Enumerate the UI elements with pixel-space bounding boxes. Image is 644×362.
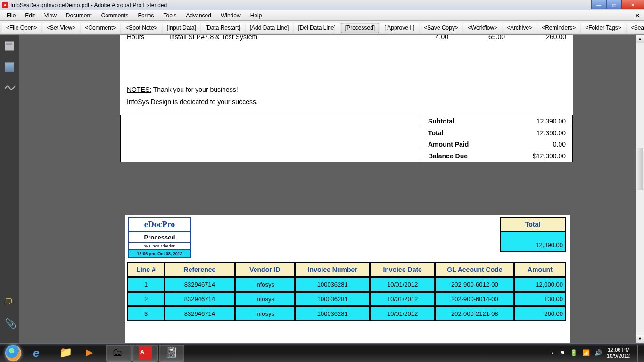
scroll-up-arrow[interactable]: ▲ — [636, 35, 644, 43]
notes-label: NOTES: — [127, 86, 151, 93]
minimize-button[interactable]: — — [591, 0, 606, 9]
totals-box: Total 12,390.00 — [500, 217, 566, 252]
ed-cell-invno: 100036281 — [295, 292, 370, 306]
tray-network-icon[interactable]: 📶 — [582, 349, 590, 356]
ed-cell-amt: 130.00 — [514, 292, 566, 306]
menu-comments[interactable]: Comments — [97, 11, 133, 20]
menu-file[interactable]: File — [2, 11, 20, 20]
tray-time: 12:06 PM — [607, 347, 630, 353]
close-document-button[interactable]: × — [633, 12, 642, 19]
stamp-by: by Linda Cherian — [129, 243, 190, 250]
bookmarks-panel-icon[interactable] — [5, 62, 14, 72]
tray-clock[interactable]: 12:06 PM 10/9/2012 — [607, 347, 630, 359]
close-button[interactable]: ✕ — [621, 0, 644, 9]
ed-cell-invdate: 10/01/2012 — [370, 306, 435, 321]
ed-cell-ref: 832946714 — [165, 277, 234, 292]
taskbar-explorer[interactable]: 📁 — [53, 345, 79, 362]
toolbar-btn-13[interactable]: <Reminders> — [537, 23, 580, 33]
menu-forms[interactable]: Forms — [133, 11, 159, 20]
tray-volume-icon[interactable]: 🔊 — [594, 349, 602, 356]
show-desktop-button[interactable] — [637, 345, 641, 362]
taskbar-app2[interactable]: 📓 — [159, 345, 184, 362]
stamp-status: Processed — [129, 232, 190, 243]
ed-header-2: Vendor ID — [235, 262, 295, 277]
toolbar-btn-5[interactable]: [Data Restart] — [201, 23, 245, 33]
ed-cell-line: 1 — [127, 277, 165, 292]
ed-cell-ref: 832946714 — [165, 306, 234, 321]
ed-cell-invdate: 10/01/2012 — [370, 292, 435, 306]
ed-cell-line: 3 — [127, 306, 165, 321]
tray-power-icon[interactable]: 🔋 — [570, 349, 578, 356]
ed-cell-amt: 260.00 — [514, 306, 566, 321]
toolbar-btn-6[interactable]: [Add Data Line] — [246, 23, 293, 33]
ed-row: 1832946714infosys10003628110/01/2012202-… — [127, 277, 566, 292]
document-viewport[interactable]: Hours Install SLP#7.8 & Test System 4.00… — [19, 35, 644, 343]
menu-window[interactable]: Window — [216, 11, 246, 20]
edocpro-stamp: eDocPro Processed by Linda Cherian 12:06… — [128, 217, 191, 258]
menu-view[interactable]: View — [40, 11, 61, 20]
vertical-scrollbar[interactable]: ▲ ▼ — [636, 35, 644, 343]
window-title: InfoSysDesignInvoiceDemo.pdf - Adobe Acr… — [10, 2, 167, 8]
pdf-page-2: eDocPro Processed by Linda Cherian 12:06… — [125, 215, 570, 343]
menu-advanced[interactable]: Advanced — [182, 11, 216, 20]
menu-help[interactable]: Help — [246, 11, 267, 20]
tray-date: 10/9/2012 — [607, 353, 630, 359]
subtotal-row: Subtotal12,390.00 — [421, 115, 572, 127]
signatures-panel-icon[interactable] — [5, 83, 14, 92]
pdf-page-1: Hours Install SLP#7.8 & Test System 4.00… — [120, 35, 573, 162]
toolbar-btn-11[interactable]: <Workflow> — [463, 23, 502, 33]
tray-show-hidden-icon[interactable]: ▲ — [550, 350, 555, 355]
start-button[interactable] — [0, 344, 26, 362]
taskbar-app1[interactable]: 🗂 — [106, 345, 132, 362]
tray-flag-icon[interactable]: ⚑ — [560, 349, 565, 356]
toolbar-btn-9[interactable]: [ Approve I ] — [380, 23, 419, 33]
menu-bar: File Edit View Document Comments Forms T… — [0, 10, 644, 21]
toolbar-btn-10[interactable]: <Save Copy> — [420, 23, 462, 33]
invoice-totals: Subtotal12,390.00 Total12,390.00 Amount … — [120, 115, 573, 162]
menu-document[interactable]: Document — [61, 11, 97, 20]
toolbar-btn-15[interactable]: <Search> — [627, 23, 644, 33]
ed-cell-invno: 100036281 — [295, 306, 370, 321]
windows-orb-icon — [5, 345, 21, 361]
ed-header-5: GL Account Code — [435, 262, 514, 277]
toolbar-btn-0[interactable]: <File Open> — [2, 23, 41, 33]
pages-panel-icon[interactable] — [5, 41, 14, 51]
attachments-panel-icon[interactable]: 📎 — [5, 318, 14, 327]
taskbar: e 📁 ▶ 🗂 A 📓 ▲ ⚑ 🔋 📶 🔊 12:06 PM 10/9/2012 — [0, 343, 644, 362]
pdf-icon: A — [2, 2, 8, 8]
ed-cell-vendor: infosys — [235, 277, 295, 292]
ed-cell-amt: 12,000.00 — [514, 277, 566, 292]
line-description: Install SLP#7.8 & Test System — [169, 35, 392, 41]
comments-panel-icon[interactable]: 🗨 — [5, 297, 14, 306]
taskbar-acrobat[interactable]: A — [132, 345, 158, 362]
toolbar-btn-2[interactable]: <Comment> — [81, 23, 120, 33]
scroll-thumb[interactable] — [637, 148, 643, 190]
toolbar-btn-14[interactable]: <Folder Tags> — [581, 23, 626, 33]
notes-text: Thank you for your business! — [151, 86, 238, 93]
toolbar-btn-12[interactable]: <Archive> — [503, 23, 537, 33]
stamp-brand: eDocPro — [129, 218, 190, 232]
total-row: Total12,390.00 — [421, 127, 572, 139]
toolbar-btn-3[interactable]: <Spot Note> — [121, 23, 161, 33]
toolbar-btn-7[interactable]: [Del Data Line] — [294, 23, 339, 33]
taskbar-ie[interactable]: e — [27, 345, 52, 362]
menu-tools[interactable]: Tools — [159, 11, 182, 20]
maximize-button[interactable]: ▭ — [606, 0, 621, 9]
taskbar-media[interactable]: ▶ — [80, 345, 105, 362]
ed-header-3: Invoice Number — [295, 262, 370, 277]
invoice-notes: NOTES: Thank you for your business! — [120, 81, 573, 95]
toolbar-btn-4[interactable]: [Input Data] — [163, 23, 200, 33]
toolbar-btn-1[interactable]: <Set View> — [42, 23, 80, 33]
ed-header-4: Invoice Date — [370, 262, 435, 277]
line-unit: Hours — [127, 35, 169, 41]
ed-header-0: Line # — [127, 262, 165, 277]
ed-cell-gl: 202-900-6014-00 — [435, 292, 514, 306]
scroll-down-arrow[interactable]: ▼ — [636, 335, 644, 343]
totals-box-label: Total — [500, 217, 566, 232]
menu-edit[interactable]: Edit — [20, 11, 40, 20]
edoc-table: Line #ReferenceVendor IDInvoice NumberIn… — [127, 262, 566, 321]
balance-row: Balance Due$12,390.00 — [421, 150, 572, 162]
toolbar-btn-8[interactable]: [Processed] — [341, 23, 379, 33]
invoice-notes-2: InfoSys Design is dedicated to your succ… — [120, 95, 573, 115]
ed-header-1: Reference — [165, 262, 234, 277]
